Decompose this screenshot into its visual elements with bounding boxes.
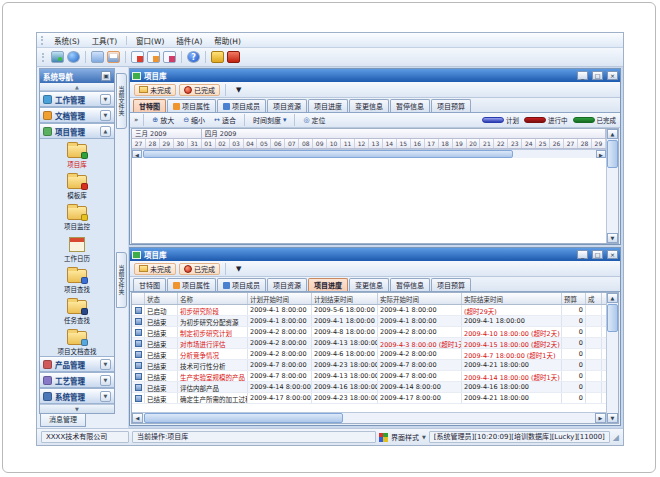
- sidebar-item-项目库[interactable]: 项目库: [40, 141, 114, 169]
- table-row[interactable]: 已启动初步研究阶段2009-4-1 8:00:002009-5-6 18:00:…: [132, 305, 606, 316]
- maximize-button[interactable]: □: [592, 71, 603, 80]
- column-header-预算[interactable]: 预算: [562, 293, 586, 304]
- zoom-in-button[interactable]: ⊕放大: [149, 114, 177, 126]
- tab-message-management[interactable]: 消息管理: [40, 414, 86, 427]
- tab-项目进度[interactable]: 项目进度: [308, 99, 348, 112]
- web-icon[interactable]: [67, 51, 80, 63]
- tab-项目成员[interactable]: 项目成员: [217, 99, 266, 112]
- save-icon[interactable]: [107, 51, 120, 63]
- menu-item-4[interactable]: 帮助(H): [209, 34, 246, 47]
- tab-项目进度[interactable]: 项目进度: [308, 278, 348, 291]
- sidebar-item-项目查找[interactable]: 项目查找: [40, 266, 114, 294]
- column-header-icon[interactable]: [132, 293, 145, 304]
- time-scale-button[interactable]: 时间刻度▾: [250, 114, 290, 126]
- tab-暂停信息[interactable]: 暂停信息: [390, 278, 430, 291]
- column-header-实际结束时间[interactable]: 实际结束时间: [462, 293, 562, 304]
- tab-暂停信息[interactable]: 暂停信息: [390, 99, 430, 112]
- scroll-left-icon[interactable]: ◀: [132, 150, 142, 158]
- workstation-icon[interactable]: [51, 51, 64, 63]
- column-header-名称[interactable]: 名称: [178, 293, 248, 304]
- style-label[interactable]: 界面样式: [391, 432, 419, 442]
- tab-项目预算[interactable]: 项目预算: [431, 99, 471, 112]
- sidebar-overflow-button[interactable]: ▼: [40, 404, 114, 413]
- tab-变更信息[interactable]: 变更信息: [349, 278, 389, 291]
- scroll-thumb[interactable]: [144, 413, 343, 423]
- scroll-thumb[interactable]: [143, 150, 513, 158]
- sidebar-item-任务查找[interactable]: 任务查找: [40, 297, 114, 325]
- sidebar-section-0[interactable]: 工作管理▼: [40, 91, 114, 107]
- column-header-实际开始时间[interactable]: 实际开始时间: [378, 293, 462, 304]
- table-row[interactable]: 已结束分析竞争情况2009-4-2 8:00:002009-4-6 18:00:…: [132, 349, 606, 360]
- table-row[interactable]: 已结束确定生产所需的加工过程2009-4-17 8:00:002009-4-23…: [132, 393, 606, 404]
- sidebar-section-2[interactable]: 项目管理▲: [40, 123, 114, 139]
- tab-项目资源[interactable]: 项目资源: [267, 278, 307, 291]
- tab-变更信息[interactable]: 变更信息: [349, 99, 389, 112]
- menu-item-3[interactable]: 插件(A): [171, 34, 207, 47]
- expand-icon[interactable]: ▼: [100, 94, 111, 105]
- scroll-left-icon[interactable]: ◀: [132, 413, 143, 423]
- tab-甘特图[interactable]: 甘特图: [133, 99, 166, 112]
- expand-icon[interactable]: ▼: [100, 375, 111, 386]
- sidebar-section-3[interactable]: 产品管理▼: [40, 356, 114, 372]
- tab-项目成员[interactable]: 项目成员: [217, 278, 266, 291]
- expand-icon[interactable]: ▼: [100, 359, 111, 370]
- dock-tab-current-folder-1[interactable]: 当前文件夹: [116, 252, 127, 308]
- style-dropdown-icon[interactable]: ▼: [422, 434, 426, 440]
- vertical-scrollbar[interactable]: ▲▼: [606, 293, 618, 423]
- close-button[interactable]: ×: [607, 71, 618, 80]
- table-hscrollbar[interactable]: ◀▶: [132, 412, 606, 423]
- minimize-button[interactable]: _: [577, 71, 588, 80]
- tab-甘特图[interactable]: 甘特图: [133, 278, 166, 291]
- report-icon[interactable]: [147, 51, 160, 63]
- unfinished-button[interactable]: 未完成: [134, 263, 176, 275]
- table-row[interactable]: 已结束技术可行性分析2009-4-7 8:00:002009-4-23 18:0…: [132, 360, 606, 371]
- message-icon[interactable]: [163, 51, 176, 63]
- table-row[interactable]: 已结束生产实验室规模的产品2009-4-7 8:00:002009-4-13 1…: [132, 371, 606, 382]
- sidebar-item-项目监控[interactable]: 项目监控: [40, 203, 114, 231]
- table-row[interactable]: 已结束制定初步研究计划2009-4-2 8:00:002009-4-8 18:0…: [132, 327, 606, 338]
- table-row[interactable]: 已结束对市场进行评估2009-4-2 8:00:002009-4-13 18:0…: [132, 338, 606, 349]
- folder-icon[interactable]: [91, 51, 104, 63]
- locate-button[interactable]: ◎定位: [300, 114, 328, 126]
- sidebar-item-模板库[interactable]: 模板库: [40, 172, 114, 200]
- menu-item-2[interactable]: 窗口(W): [131, 34, 169, 47]
- close-button[interactable]: ×: [607, 250, 618, 259]
- unfinished-button[interactable]: 未完成: [134, 84, 176, 96]
- sidebar-collapse-strip[interactable]: ▲: [40, 83, 114, 91]
- column-header-计划结束时间[interactable]: 计划结束时间: [312, 293, 378, 304]
- zoom-out-button[interactable]: ⊖缩小: [180, 114, 208, 126]
- finished-button[interactable]: 已完成: [179, 84, 220, 96]
- scroll-thumb[interactable]: [607, 304, 618, 332]
- expand-icon[interactable]: ▼: [100, 391, 111, 402]
- scroll-thumb[interactable]: [607, 140, 618, 168]
- sidebar-section-1[interactable]: 文档管理▼: [40, 107, 114, 123]
- sidebar-close-icon[interactable]: ▣: [101, 71, 111, 81]
- collapse-icon[interactable]: ▲: [100, 126, 111, 137]
- table-row[interactable]: 已结束评估内部产品2009-4-14 8:00:002009-4-16 18:0…: [132, 382, 606, 393]
- gantt-more-button[interactable]: »: [134, 116, 138, 124]
- fit-button[interactable]: ↔适合: [211, 114, 239, 126]
- menu-item-1[interactable]: 工具(T): [87, 34, 122, 47]
- tab-项目预算[interactable]: 项目预算: [431, 278, 471, 291]
- dock-tab-current-folder-0[interactable]: 当前文件夹: [116, 73, 127, 129]
- sidebar-item-项目文档查找[interactable]: 项目文档查找: [40, 328, 114, 356]
- gantt-hscrollbar[interactable]: ◀▶: [132, 149, 606, 158]
- lock-icon[interactable]: [211, 51, 224, 63]
- menu-item-0[interactable]: 系统(S): [49, 34, 85, 47]
- finished-button[interactable]: 已完成: [179, 263, 220, 275]
- mail-icon[interactable]: [131, 51, 144, 63]
- resize-grip-icon[interactable]: ◢: [613, 433, 619, 442]
- table-row[interactable]: 已结束为初步研究分配资源2009-4-1 8:00:002009-4-1 18:…: [132, 316, 606, 327]
- tab-项目属性[interactable]: 项目属性: [167, 278, 216, 291]
- scroll-right-icon[interactable]: ▶: [595, 413, 606, 423]
- scroll-up-icon[interactable]: ▲: [607, 293, 618, 303]
- tab-项目资源[interactable]: 项目资源: [267, 99, 307, 112]
- toolbar-more-button[interactable]: ▼: [231, 263, 246, 275]
- maximize-button[interactable]: □: [592, 250, 603, 259]
- toolbar-more-button[interactable]: ▼: [231, 84, 246, 96]
- tab-项目属性[interactable]: 项目属性: [167, 99, 216, 112]
- column-header-计划开始时间[interactable]: 计划开始时间: [248, 293, 312, 304]
- scroll-up-icon[interactable]: ▲: [607, 129, 618, 139]
- sidebar-section-4[interactable]: 工艺管理▼: [40, 372, 114, 388]
- scroll-down-icon[interactable]: ▼: [607, 233, 618, 243]
